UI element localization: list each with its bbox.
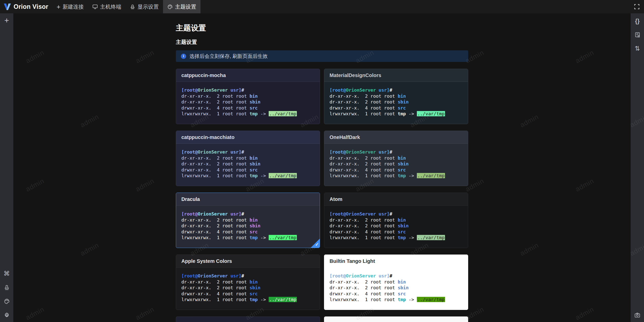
terminal-line: drwxr-xr-x. 4 root root src [330, 229, 463, 235]
terminal-line: dr-xr-xr-x. 2 root root sbin [181, 285, 314, 291]
palette-icon[interactable] [4, 298, 10, 304]
theme-card-partial[interactable] [176, 316, 320, 322]
tab-display-settings[interactable]: 显示设置 [126, 0, 163, 13]
theme-card-header: Atom [324, 193, 468, 206]
plus-icon: + [57, 4, 60, 10]
terminal-line: dr-xr-xr-x. 2 root root bin [181, 279, 314, 285]
terminal-symlink-line: lrwxrwxrwx. 1 root root tmp -> ../var/tm… [181, 111, 314, 117]
sort-arrows-icon[interactable]: ⇅ [635, 45, 640, 52]
terminal-line: dr-xr-xr-x. 2 root root sbin [330, 223, 463, 229]
theme-grid: catppuccin-mocha [root@OrionServer usr]#… [176, 69, 468, 322]
tab-label: 主题设置 [175, 3, 196, 10]
terminal-prompt-line: [root@OrionServer usr]# [330, 149, 463, 155]
theme-card[interactable]: catppuccin-macchiato [root@OrionServer u… [176, 131, 320, 186]
theme-terminal-preview: [root@OrionServer usr]# dr-xr-xr-x. 2 ro… [324, 206, 468, 241]
fullscreen-icon[interactable] [634, 4, 640, 10]
terminal-line: drwxr-xr-x. 4 root root src [330, 105, 463, 111]
theme-name: Atom [330, 196, 342, 202]
terminal-prompt-line: [root@OrionServer usr]# [330, 87, 463, 93]
terminal-line: dr-xr-xr-x. 2 root root sbin [181, 223, 314, 229]
theme-name: catppuccin-macchiato [181, 134, 234, 140]
tab-label: 显示设置 [138, 3, 159, 10]
terminal-symlink-line: lrwxrwxrwx. 1 root root tmp -> ../var/tm… [181, 235, 314, 241]
theme-name: Apple System Colors [181, 258, 232, 264]
brand[interactable]: Orion Visor [4, 3, 48, 10]
right-sidebar: {} ⇅ [631, 13, 644, 322]
theme-card-header: catppuccin-mocha [176, 69, 320, 82]
brand-name: Orion Visor [14, 3, 48, 10]
orion-visor-app: Orion Visor + 新建连接 主机终端 [0, 0, 644, 322]
palette-icon [167, 4, 173, 10]
theme-card[interactable]: Apple System Colors [root@OrionServer us… [176, 255, 320, 310]
theme-name: MaterialDesignColors [330, 73, 381, 78]
theme-name: Builtin Tango Light [330, 258, 375, 264]
command-icon[interactable]: ⌘ [4, 270, 10, 277]
terminal-line: dr-xr-xr-x. 2 root root bin [330, 217, 463, 223]
braces-icon[interactable]: {} [635, 18, 640, 24]
left-sidebar: + ⌘ [0, 13, 13, 322]
terminal-line: dr-xr-xr-x. 2 root root bin [330, 93, 463, 99]
theme-card[interactable]: Atom [root@OrionServer usr]# dr-xr-xr-x.… [324, 193, 468, 248]
theme-card-header: Apple System Colors [176, 255, 320, 268]
terminal-symlink-line: lrwxrwxrwx. 1 root root tmp -> ../var/tm… [330, 111, 463, 117]
tab-label: 主机终端 [100, 3, 121, 10]
terminal-symlink-line: lrwxrwxrwx. 1 root root tmp -> ../var/tm… [181, 173, 314, 179]
section-title: 主题设置 [176, 39, 468, 45]
terminal-symlink-line: lrwxrwxrwx. 1 root root tmp -> ../var/tm… [330, 297, 463, 303]
theme-card[interactable]: catppuccin-mocha [root@OrionServer usr]#… [176, 69, 320, 124]
theme-card-header: catppuccin-macchiato [176, 131, 320, 144]
terminal-line: dr-xr-xr-x. 2 root root sbin [330, 99, 463, 105]
theme-card[interactable]: Dracula [root@OrionServer usr]# dr-xr-xr… [176, 193, 320, 248]
main-area: 主题设置 主题设置 i 选择后会立刻保存, 刷新页面后生效 catppuccin… [13, 13, 631, 322]
terminal-line: drwxr-xr-x. 4 root root src [330, 291, 463, 297]
tab-theme-settings[interactable]: 主题设置 [163, 0, 200, 13]
orion-visor-logo-icon [4, 3, 11, 10]
plus-icon[interactable]: + [4, 16, 9, 24]
terminal-line: drwxr-xr-x. 4 root root src [181, 105, 314, 111]
tab-host-terminal[interactable]: 主机终端 [88, 0, 126, 13]
theme-name: OneHalfDark [330, 134, 360, 140]
doc-bookmark-icon[interactable] [634, 32, 640, 38]
top-header: Orion Visor + 新建连接 主机终端 [0, 0, 644, 13]
terminal-line: dr-xr-xr-x. 2 root root bin [181, 155, 314, 161]
theme-card[interactable]: OneHalfDark [root@OrionServer usr]# dr-x… [324, 131, 468, 186]
terminal-prompt-line: [root@OrionServer usr]# [181, 87, 314, 93]
terminal-line: dr-xr-xr-x. 2 root root sbin [330, 161, 463, 167]
theme-card[interactable]: Builtin Tango Light [root@OrionServer us… [324, 255, 468, 310]
theme-terminal-preview: [root@OrionServer usr]# dr-xr-xr-x. 2 ro… [176, 82, 320, 117]
gear-icon[interactable] [4, 312, 10, 318]
camera-icon[interactable] [634, 312, 640, 318]
page-title: 主题设置 [176, 23, 468, 32]
terminal-line: dr-xr-xr-x. 2 root root sbin [330, 285, 463, 291]
terminal-monitor-icon [92, 4, 98, 10]
terminal-prompt-line: [root@OrionServer usr]# [330, 273, 463, 279]
stamp-icon [130, 4, 135, 10]
theme-card-header: OneHalfDark [324, 131, 468, 144]
tab-label: 新建连接 [63, 3, 84, 10]
terminal-line: dr-xr-xr-x. 2 root root bin [330, 155, 463, 161]
terminal-line: dr-xr-xr-x. 2 root root bin [181, 217, 314, 223]
theme-card-partial[interactable] [324, 316, 468, 322]
terminal-prompt-line: [root@OrionServer usr]# [181, 149, 314, 155]
terminal-line: dr-xr-xr-x. 2 root root bin [181, 93, 314, 99]
terminal-line: drwxr-xr-x. 4 root root src [330, 167, 463, 173]
info-banner: i 选择后会立刻保存, 刷新页面后生效 [176, 50, 468, 62]
terminal-symlink-line: lrwxrwxrwx. 1 root root tmp -> ../var/tm… [330, 235, 463, 241]
tab-new-connection[interactable]: + 新建连接 [52, 0, 88, 13]
theme-card-header: MaterialDesignColors [324, 69, 468, 82]
info-icon: i [181, 54, 186, 59]
selected-check-icon: ✓ [315, 242, 319, 247]
theme-terminal-preview: [root@OrionServer usr]# dr-xr-xr-x. 2 ro… [176, 268, 320, 303]
theme-card[interactable]: MaterialDesignColors [root@OrionServer u… [324, 69, 468, 124]
terminal-symlink-line: lrwxrwxrwx. 1 root root tmp -> ../var/tm… [330, 173, 463, 179]
header-tabs: + 新建连接 主机终端 显示设置 [52, 0, 200, 13]
terminal-prompt-line: [root@OrionServer usr]# [330, 211, 463, 217]
theme-terminal-preview: [root@OrionServer usr]# dr-xr-xr-x. 2 ro… [324, 82, 468, 117]
theme-name: Dracula [181, 196, 200, 202]
theme-card-header: Dracula [176, 193, 320, 206]
stamp-icon[interactable] [4, 284, 10, 291]
terminal-line: dr-xr-xr-x. 2 root root bin [330, 279, 463, 285]
theme-card-header: Builtin Tango Light [324, 255, 468, 268]
terminal-line: drwxr-xr-x. 4 root root src [181, 229, 314, 235]
terminal-line: dr-xr-xr-x. 2 root root sbin [181, 99, 314, 105]
